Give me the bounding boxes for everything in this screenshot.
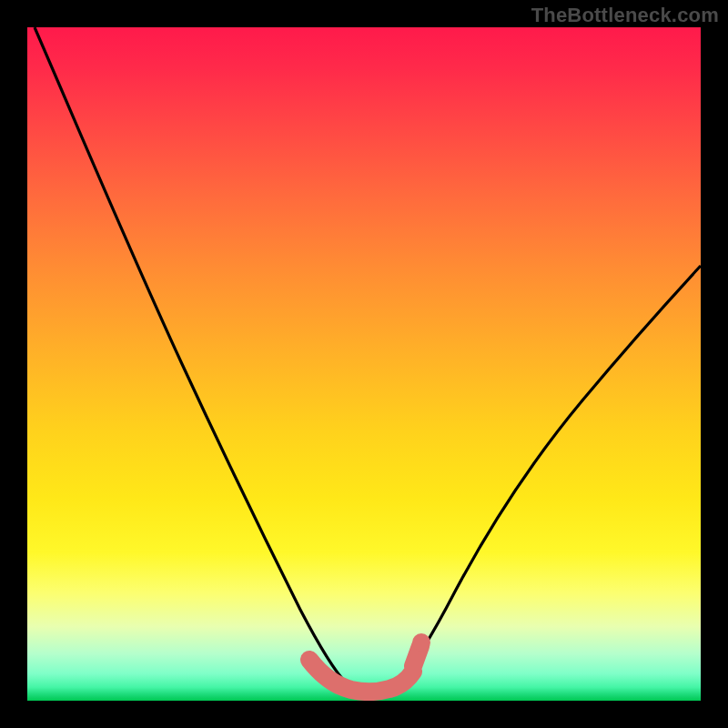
watermark-text: TheBottleneck.com	[531, 4, 719, 27]
curve-line	[35, 27, 701, 692]
chart-overlay	[27, 27, 701, 701]
chart-stage: TheBottleneck.com	[0, 0, 728, 728]
plot-area	[27, 27, 701, 701]
highlight-dot	[412, 633, 430, 652]
